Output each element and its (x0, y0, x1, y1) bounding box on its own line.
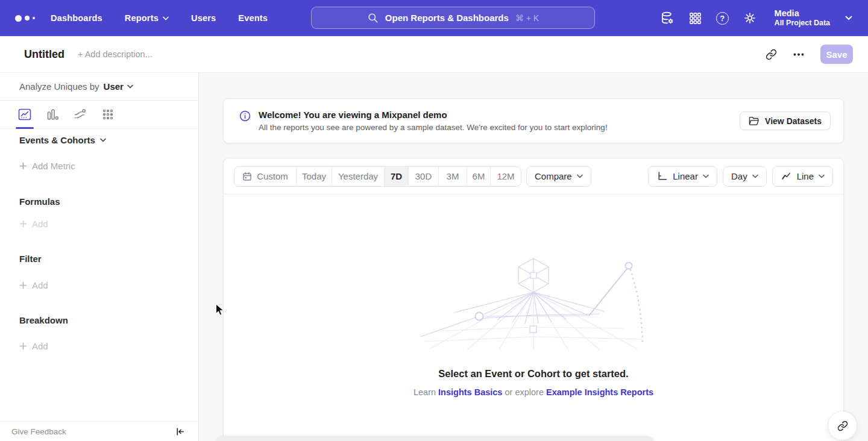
chart-type-dropdown[interactable]: Line (772, 166, 833, 187)
interval-dropdown[interactable]: Day (723, 166, 767, 187)
plus-icon (19, 220, 27, 228)
add-filter-button[interactable]: Add (19, 280, 48, 290)
apps-grid-icon[interactable] (688, 11, 702, 25)
nav-item-events[interactable]: Events (238, 13, 268, 23)
nav-items: Dashboards Reports Users Events (51, 13, 268, 23)
search-shortcut: ⌘ + K (515, 13, 539, 23)
plus-icon (19, 342, 27, 350)
top-nav: Dashboards Reports Users Events Open Rep… (0, 0, 868, 36)
empty-state-title: Select an Event or Cohort to get started… (224, 368, 843, 380)
nav-item-users[interactable]: Users (191, 13, 216, 23)
bar-chart-icon (46, 108, 59, 121)
bottom-panel-peek (215, 436, 655, 441)
link-icon (837, 421, 848, 431)
search-placeholder: Open Reports & Dashboards (385, 13, 509, 23)
sidebar-footer: Give Feedback (0, 421, 198, 441)
add-metric-button[interactable]: Add Metric (19, 161, 75, 171)
project-switcher[interactable]: Media All Project Data (775, 8, 830, 28)
tab-insights[interactable] (18, 101, 31, 128)
welcome-banner: Welcome! You are viewing a Mixpanel demo… (223, 98, 844, 143)
plus-icon (19, 162, 27, 170)
compare-dropdown[interactable]: Compare (526, 166, 591, 187)
info-icon (239, 110, 251, 122)
date-range-7d-selected[interactable]: 7D (385, 167, 409, 186)
metrics-grid-icon (101, 108, 115, 121)
chevron-down-icon (703, 174, 709, 178)
add-breakdown-button[interactable]: Add (19, 341, 48, 351)
tab-flows[interactable] (74, 101, 87, 128)
search-icon (367, 12, 379, 23)
date-range-custom[interactable]: Custom (234, 167, 297, 186)
analyze-row: Analyze Uniques by User (0, 73, 198, 101)
nav-item-dashboards[interactable]: Dashboards (51, 13, 102, 23)
formulas-header: Formulas (19, 196, 60, 207)
chevron-down-icon (819, 174, 825, 178)
plus-icon (19, 281, 27, 289)
view-datasets-button[interactable]: View Datasets (740, 111, 831, 130)
breakdown-header: Breakdown (19, 315, 68, 325)
report-header: Untitled + Add description... Save (0, 36, 868, 73)
flows-icon (74, 108, 87, 121)
line-chart-icon (18, 108, 31, 121)
banner-subtitle: All the reports you see are powered by a… (259, 123, 608, 132)
insights-basics-link[interactable]: Insights Basics (438, 387, 502, 397)
collapse-sidebar-icon[interactable] (175, 427, 185, 437)
chevron-down-icon (163, 16, 169, 20)
filter-header: Filter (19, 254, 42, 264)
report-header-actions: Save (766, 45, 868, 64)
tab-metrics[interactable] (101, 101, 115, 128)
nav-right: ? Media All Project Data (660, 0, 868, 36)
insights-report-card: Custom Today Yesterday 7D 30D 3M 6M 12M … (223, 158, 844, 441)
linear-axis-icon (656, 170, 668, 182)
project-scope: All Project Data (775, 19, 830, 28)
banner-title: Welcome! You are viewing a Mixpanel demo (259, 110, 608, 120)
empty-state-help: Learn Insights Basics or explore Example… (224, 387, 843, 397)
empty-state-illustration (419, 254, 648, 350)
date-range-3m[interactable]: 3M (439, 167, 467, 186)
global-search[interactable]: Open Reports & Dashboards ⌘ + K (311, 7, 595, 29)
chart-display-controls: Linear Day Line (648, 166, 833, 187)
calendar-icon (242, 172, 252, 181)
main-content: Welcome! You are viewing a Mixpanel demo… (200, 73, 868, 441)
report-description-input[interactable]: + Add description... (78, 49, 153, 59)
report-title[interactable]: Untitled (24, 48, 64, 61)
folder-icon (749, 116, 760, 126)
copy-link-icon[interactable] (766, 49, 777, 60)
nav-item-reports[interactable]: Reports (125, 13, 169, 23)
visualization-tabs (0, 101, 198, 129)
chart-controls: Custom Today Yesterday 7D 30D 3M 6M 12M … (224, 158, 843, 195)
chevron-down-icon (845, 16, 852, 20)
give-feedback-link[interactable]: Give Feedback (11, 427, 66, 436)
chevron-down-icon (577, 174, 583, 178)
date-range-12m[interactable]: 12M (491, 167, 521, 186)
project-name: Media (775, 8, 830, 19)
events-cohorts-header[interactable]: Events & Cohorts (19, 135, 106, 145)
more-options-icon[interactable] (793, 53, 804, 56)
empty-state: Select an Event or Cohort to get started… (224, 254, 843, 397)
analyze-label: Analyze Uniques by (19, 81, 99, 92)
banner-text: Welcome! You are viewing a Mixpanel demo… (259, 110, 608, 132)
data-management-icon[interactable] (660, 11, 675, 25)
query-sidebar: Analyze Uniques by User Events & Cohorts… (0, 73, 199, 441)
tab-bar-chart[interactable] (46, 101, 59, 128)
chevron-down-icon (127, 84, 133, 89)
mixpanel-logo[interactable] (15, 15, 35, 22)
date-range-30d[interactable]: 30D (409, 167, 439, 186)
date-range-6m[interactable]: 6M (467, 167, 491, 186)
chevron-down-icon (752, 174, 758, 178)
save-button[interactable]: Save (820, 45, 853, 64)
add-formula-button[interactable]: Add (19, 219, 48, 229)
scale-dropdown[interactable]: Linear (648, 166, 717, 187)
chevron-down-icon (100, 138, 106, 142)
line-chart-type-icon (781, 170, 792, 182)
date-range-segmented-control: Custom Today Yesterday 7D 30D 3M 6M 12M (234, 166, 521, 187)
example-insights-reports-link[interactable]: Example Insights Reports (546, 387, 653, 397)
help-icon[interactable]: ? (716, 12, 729, 25)
settings-gear-icon[interactable] (743, 11, 757, 25)
analyze-value-dropdown[interactable]: User (104, 81, 133, 92)
share-link-floating-button[interactable] (828, 411, 857, 440)
date-range-today[interactable]: Today (297, 167, 332, 186)
date-range-yesterday[interactable]: Yesterday (332, 167, 385, 186)
